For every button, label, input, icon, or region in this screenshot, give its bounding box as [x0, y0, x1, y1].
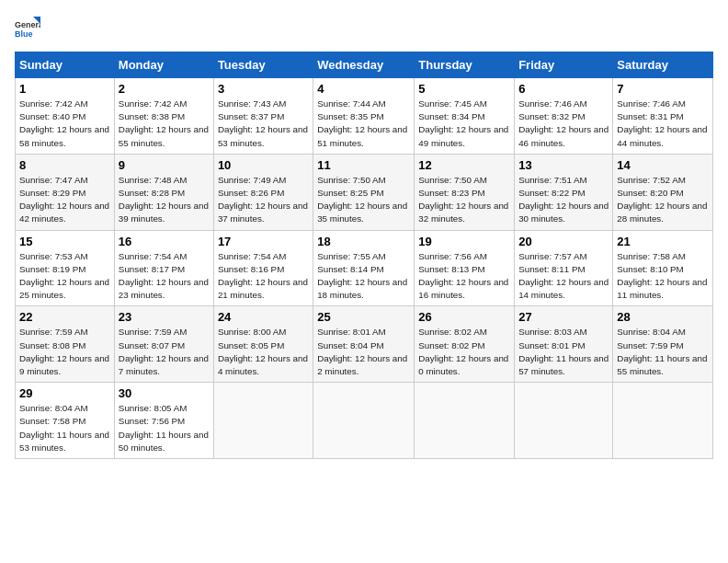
header-friday: Friday	[515, 52, 613, 78]
calendar-cell: 9 Sunrise: 7:48 AM Sunset: 8:28 PM Dayli…	[114, 154, 213, 230]
day-info: Sunrise: 8:00 AM Sunset: 8:05 PM Dayligh…	[218, 326, 309, 378]
logo: General Blue	[15, 15, 42, 40]
day-info: Sunrise: 7:58 AM Sunset: 8:10 PM Dayligh…	[617, 250, 709, 303]
day-info: Sunrise: 7:49 AM Sunset: 8:26 PM Dayligh…	[218, 174, 309, 226]
day-number: 28	[617, 310, 709, 324]
calendar-cell: 22 Sunrise: 7:59 AM Sunset: 8:08 PM Dayl…	[16, 306, 115, 383]
calendar-week-1: 1 Sunrise: 7:42 AM Sunset: 8:40 PM Dayli…	[16, 78, 713, 155]
day-info: Sunrise: 7:50 AM Sunset: 8:25 PM Dayligh…	[317, 174, 410, 226]
svg-text:General: General	[15, 20, 40, 29]
day-number: 21	[617, 235, 709, 248]
day-number: 4	[317, 82, 410, 96]
calendar-cell: 6 Sunrise: 7:46 AM Sunset: 8:32 PM Dayli…	[515, 78, 613, 155]
calendar-cell: 12 Sunrise: 7:50 AM Sunset: 8:23 PM Dayl…	[415, 154, 515, 230]
calendar-cell: 3 Sunrise: 7:43 AM Sunset: 8:37 PM Dayli…	[213, 78, 313, 155]
calendar-cell: 14 Sunrise: 7:52 AM Sunset: 8:20 PM Dayl…	[613, 154, 713, 230]
header-saturday: Saturday	[613, 52, 713, 78]
day-number: 10	[218, 158, 309, 172]
day-number: 9	[119, 158, 210, 172]
day-number: 7	[617, 82, 709, 96]
calendar-cell: 17 Sunrise: 7:54 AM Sunset: 8:16 PM Dayl…	[213, 230, 313, 306]
day-info: Sunrise: 8:04 AM Sunset: 7:58 PM Dayligh…	[19, 402, 110, 454]
calendar-cell	[415, 383, 515, 459]
day-number: 2	[119, 82, 210, 96]
calendar-cell	[313, 383, 415, 459]
calendar-cell: 21 Sunrise: 7:58 AM Sunset: 8:10 PM Dayl…	[613, 230, 713, 306]
calendar-header: SundayMondayTuesdayWednesdayThursdayFrid…	[16, 52, 713, 78]
calendar-cell: 7 Sunrise: 7:46 AM Sunset: 8:31 PM Dayli…	[613, 78, 713, 155]
day-info: Sunrise: 7:45 AM Sunset: 8:34 PM Dayligh…	[418, 98, 510, 150]
calendar-cell: 8 Sunrise: 7:47 AM Sunset: 8:29 PM Dayli…	[16, 154, 115, 230]
day-info: Sunrise: 8:02 AM Sunset: 8:02 PM Dayligh…	[418, 326, 510, 378]
header-monday: Monday	[114, 52, 213, 78]
day-info: Sunrise: 7:55 AM Sunset: 8:14 PM Dayligh…	[317, 250, 410, 303]
day-info: Sunrise: 7:42 AM Sunset: 8:40 PM Dayligh…	[19, 98, 110, 150]
day-number: 23	[119, 310, 210, 324]
day-info: Sunrise: 7:44 AM Sunset: 8:35 PM Dayligh…	[317, 98, 410, 150]
day-number: 27	[518, 310, 609, 324]
header-wednesday: Wednesday	[313, 52, 415, 78]
calendar-cell	[213, 383, 313, 459]
calendar-cell	[515, 383, 613, 459]
day-number: 13	[518, 158, 609, 172]
header-tuesday: Tuesday	[213, 52, 313, 78]
calendar-cell: 23 Sunrise: 7:59 AM Sunset: 8:07 PM Dayl…	[114, 306, 213, 383]
day-number: 8	[19, 158, 110, 172]
day-number: 29	[19, 386, 110, 400]
logo-icon: General Blue	[15, 15, 40, 40]
day-info: Sunrise: 7:43 AM Sunset: 8:37 PM Dayligh…	[218, 98, 309, 150]
calendar-cell: 27 Sunrise: 8:03 AM Sunset: 8:01 PM Dayl…	[515, 306, 613, 383]
day-info: Sunrise: 7:51 AM Sunset: 8:22 PM Dayligh…	[518, 174, 609, 226]
day-info: Sunrise: 8:04 AM Sunset: 7:59 PM Dayligh…	[617, 326, 709, 378]
calendar-cell: 1 Sunrise: 7:42 AM Sunset: 8:40 PM Dayli…	[16, 78, 115, 155]
calendar-cell: 18 Sunrise: 7:55 AM Sunset: 8:14 PM Dayl…	[313, 230, 415, 306]
calendar-cell: 19 Sunrise: 7:56 AM Sunset: 8:13 PM Dayl…	[415, 230, 515, 306]
day-info: Sunrise: 7:53 AM Sunset: 8:19 PM Dayligh…	[19, 250, 110, 303]
day-info: Sunrise: 7:54 AM Sunset: 8:16 PM Dayligh…	[218, 250, 309, 303]
calendar-cell: 11 Sunrise: 7:50 AM Sunset: 8:25 PM Dayl…	[313, 154, 415, 230]
day-info: Sunrise: 7:56 AM Sunset: 8:13 PM Dayligh…	[418, 250, 510, 303]
calendar-cell: 28 Sunrise: 8:04 AM Sunset: 7:59 PM Dayl…	[613, 306, 713, 383]
day-number: 12	[418, 158, 510, 172]
calendar-cell: 13 Sunrise: 7:51 AM Sunset: 8:22 PM Dayl…	[515, 154, 613, 230]
calendar-week-4: 22 Sunrise: 7:59 AM Sunset: 8:08 PM Dayl…	[16, 306, 713, 383]
calendar-cell: 4 Sunrise: 7:44 AM Sunset: 8:35 PM Dayli…	[313, 78, 415, 155]
header-thursday: Thursday	[415, 52, 515, 78]
calendar-cell: 10 Sunrise: 7:49 AM Sunset: 8:26 PM Dayl…	[213, 154, 313, 230]
day-number: 30	[119, 386, 210, 400]
calendar-cell: 26 Sunrise: 8:02 AM Sunset: 8:02 PM Dayl…	[415, 306, 515, 383]
day-number: 22	[19, 310, 110, 324]
day-number: 14	[617, 158, 709, 172]
page-header: General Blue	[15, 15, 713, 40]
day-info: Sunrise: 7:47 AM Sunset: 8:29 PM Dayligh…	[19, 174, 110, 226]
calendar-cell: 30 Sunrise: 8:05 AM Sunset: 7:56 PM Dayl…	[114, 383, 213, 459]
day-info: Sunrise: 7:57 AM Sunset: 8:11 PM Dayligh…	[518, 250, 609, 303]
day-info: Sunrise: 7:50 AM Sunset: 8:23 PM Dayligh…	[418, 174, 510, 226]
day-info: Sunrise: 7:48 AM Sunset: 8:28 PM Dayligh…	[119, 174, 210, 226]
calendar-cell: 5 Sunrise: 7:45 AM Sunset: 8:34 PM Dayli…	[415, 78, 515, 155]
day-number: 5	[418, 82, 510, 96]
calendar-cell: 25 Sunrise: 8:01 AM Sunset: 8:04 PM Dayl…	[313, 306, 415, 383]
day-number: 15	[19, 235, 110, 248]
day-number: 26	[418, 310, 510, 324]
calendar-cell: 2 Sunrise: 7:42 AM Sunset: 8:38 PM Dayli…	[114, 78, 213, 155]
day-number: 17	[218, 235, 309, 248]
day-number: 6	[518, 82, 609, 96]
calendar-cell: 20 Sunrise: 7:57 AM Sunset: 8:11 PM Dayl…	[515, 230, 613, 306]
day-number: 1	[19, 82, 110, 96]
calendar-week-3: 15 Sunrise: 7:53 AM Sunset: 8:19 PM Dayl…	[16, 230, 713, 306]
day-number: 3	[218, 82, 309, 96]
calendar-table: SundayMondayTuesdayWednesdayThursdayFrid…	[15, 52, 713, 459]
day-info: Sunrise: 8:03 AM Sunset: 8:01 PM Dayligh…	[518, 326, 609, 378]
day-info: Sunrise: 7:46 AM Sunset: 8:31 PM Dayligh…	[617, 98, 709, 150]
calendar-cell: 16 Sunrise: 7:54 AM Sunset: 8:17 PM Dayl…	[114, 230, 213, 306]
calendar-cell: 24 Sunrise: 8:00 AM Sunset: 8:05 PM Dayl…	[213, 306, 313, 383]
calendar-week-5: 29 Sunrise: 8:04 AM Sunset: 7:58 PM Dayl…	[16, 383, 713, 459]
calendar-cell: 15 Sunrise: 7:53 AM Sunset: 8:19 PM Dayl…	[16, 230, 115, 306]
day-info: Sunrise: 7:42 AM Sunset: 8:38 PM Dayligh…	[119, 98, 210, 150]
day-number: 20	[518, 235, 609, 248]
day-info: Sunrise: 8:01 AM Sunset: 8:04 PM Dayligh…	[317, 326, 410, 378]
svg-text:Blue: Blue	[15, 29, 33, 39]
header-sunday: Sunday	[16, 52, 115, 78]
calendar-cell	[613, 383, 713, 459]
